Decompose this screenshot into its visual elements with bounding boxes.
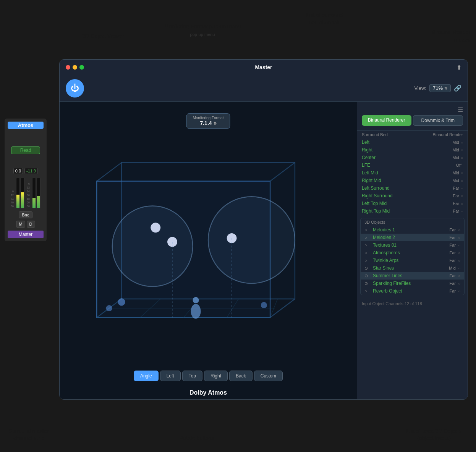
channel-right[interactable]: Right Mid ○ xyxy=(357,146,468,154)
fader-values: 0.0 -11.9 xyxy=(13,168,38,174)
annotation-3d-viewer: 3D Object Viewer xyxy=(82,33,124,40)
rotate-custom-button[interactable]: Custom xyxy=(254,371,283,381)
title-bar: Master ⬆ xyxy=(60,60,468,75)
object-melodies-1[interactable]: ○ Melodies 1 Far ○ xyxy=(361,226,464,234)
viewer-area: Monitoring Format 7.1.4 ⇅ xyxy=(60,102,357,399)
master-strip-label: Master xyxy=(8,231,44,238)
channel-center[interactable]: Center Mid ○ xyxy=(357,154,468,161)
annotation-3d-objects-list: List of used 3D Objects(object tracks) xyxy=(400,428,468,442)
dolby-label: Dolby Atmos xyxy=(60,386,357,399)
monitoring-stepper[interactable]: ⇅ xyxy=(214,121,217,125)
channel-lfe[interactable]: LFE Off xyxy=(357,161,468,169)
monitoring-value: 7.1.4 ⇅ xyxy=(193,120,223,126)
view-percent: 71% xyxy=(433,85,443,91)
rotate-right-button[interactable]: Right xyxy=(204,371,228,381)
svg-point-22 xyxy=(118,298,125,306)
atmos-badge: Atmos xyxy=(8,122,44,129)
annotation-rotate-buttons: Rotate buttons xyxy=(172,435,222,442)
svg-line-2 xyxy=(97,163,121,181)
annotation-surround-bed: List of surroundbed channels xyxy=(298,11,351,26)
object-summer-tines[interactable]: ⊙ Summer Tines Far ○ xyxy=(361,272,464,280)
rotate-back-button[interactable]: Back xyxy=(229,371,253,381)
3d-objects-header: 3D Objects xyxy=(361,218,464,226)
svg-point-19 xyxy=(167,237,177,247)
object-atmospheres[interactable]: ○ Atmospheres Far ○ xyxy=(361,249,464,257)
object-star-sines[interactable]: ⊙ Star Sines Mid ○ xyxy=(361,264,464,272)
top-area: ⏻ View: 71% ⇅ 🔗 xyxy=(60,75,468,102)
svg-point-16 xyxy=(112,206,193,287)
channel-left-surround[interactable]: Left Surround Far ○ xyxy=(357,184,468,192)
monitoring-label: Monitoring Format xyxy=(193,116,223,120)
read-badge: Read xyxy=(11,146,40,154)
channel-right-top-mid[interactable]: Right Top Mid Far ○ xyxy=(357,207,468,215)
object-melodies-2[interactable]: ○ Melodies 2 Far ○ xyxy=(361,234,464,241)
binaural-render-label: Binaural Render xyxy=(433,132,463,137)
svg-point-21 xyxy=(151,223,160,233)
tab-downmix-trim[interactable]: Downmix & Trim xyxy=(413,115,463,126)
m-button[interactable]: M xyxy=(16,221,25,228)
rotate-angle-button[interactable]: Angle xyxy=(134,371,159,381)
bottom-buttons: Bnc xyxy=(19,211,33,218)
input-channels-note: Input Object Channels 12 of 118 xyxy=(357,298,468,309)
3d-objects-section: 3D Objects ○ Melodies 1 Far ○ ○ Melodies… xyxy=(360,218,465,295)
svg-point-24 xyxy=(261,302,267,308)
expand-icon[interactable]: ⬆ xyxy=(457,64,461,71)
object-twinkle-arps[interactable]: ○ Twinkle Arps Far ○ xyxy=(361,257,464,264)
surround-bed-label: Surround Bed xyxy=(362,132,388,137)
window-title: Master xyxy=(255,64,272,70)
list-icon-row: ☰ xyxy=(357,105,468,115)
channel-strip: Atmos Read 0.0 -11.9 012244060 612243040… xyxy=(5,119,47,241)
link-icon[interactable]: 🔗 xyxy=(454,85,461,92)
object-sparkling-fireflies[interactable]: ⊙ Sparkling FireFlies Far ○ xyxy=(361,280,464,287)
view-stepper[interactable]: ⇅ xyxy=(444,86,447,90)
content-area: Monitoring Format 7.1.4 ⇅ xyxy=(60,102,468,399)
fader-value: 0.0 xyxy=(13,168,23,174)
rotate-left-button[interactable]: Left xyxy=(160,371,181,381)
d-button[interactable]: D xyxy=(27,221,35,228)
channel-right-mid[interactable]: Right Mid Mid ○ xyxy=(357,177,468,184)
tab-row: Binaural Renderer Downmix & Trim xyxy=(357,115,468,129)
3d-viewer xyxy=(60,102,357,366)
3d-scene-svg xyxy=(60,102,357,366)
right-panel: ☰ Binaural Renderer Downmix & Trim Surro… xyxy=(357,102,468,399)
level-value: -11.9 xyxy=(24,168,38,174)
channel-left-mid[interactable]: Left Mid Mid ○ xyxy=(357,169,468,177)
zoom-button[interactable] xyxy=(79,65,84,70)
annotation-surround-master: Surround masterchannel strip xyxy=(4,428,53,442)
channel-right-surround[interactable]: Right Surround Far ○ xyxy=(357,192,468,200)
object-reverb-object[interactable]: ○ Reverb Object Far ○ xyxy=(361,287,464,295)
svg-point-18 xyxy=(208,197,295,283)
close-button[interactable] xyxy=(66,65,70,70)
monitoring-format-popup[interactable]: Monitoring Format 7.1.4 ⇅ xyxy=(186,113,230,129)
rotate-buttons-container: Angle Left Top Right Back Custom xyxy=(60,366,357,386)
object-textures-01[interactable]: ○ Textures 01 Far ○ xyxy=(361,241,464,249)
list-view-icon[interactable]: ☰ xyxy=(458,106,463,114)
annotation-monitoring-format: Monitoring Format pop-up menu pop-up men… xyxy=(164,23,241,38)
view-label: View: xyxy=(414,85,426,91)
channel-left[interactable]: Left Mid ○ xyxy=(357,138,468,146)
view-value[interactable]: 71% ⇅ xyxy=(429,84,451,92)
tab-binaural-renderer[interactable]: Binaural Renderer xyxy=(362,115,411,126)
minimize-button[interactable] xyxy=(73,65,77,70)
main-window: Master ⬆ ⏻ View: 71% ⇅ 🔗 Monitoring Form… xyxy=(59,59,468,400)
svg-point-25 xyxy=(191,304,201,319)
rotate-top-button[interactable]: Top xyxy=(182,371,202,381)
svg-point-23 xyxy=(106,305,112,311)
surround-bed-header: Surround Bed Binaural Render xyxy=(357,130,468,138)
traffic-lights xyxy=(66,65,84,70)
surround-bed-channels: Left Mid ○ Right Mid ○ Center Mid ○ LFE … xyxy=(357,138,468,215)
bnc-button[interactable]: Bnc xyxy=(19,211,33,218)
channel-left-top-mid[interactable]: Left Top Mid Far ○ xyxy=(357,200,468,207)
annotation-binaural-render: Binaural Rendermodes xyxy=(421,29,470,44)
view-control: View: 71% ⇅ 🔗 xyxy=(414,84,461,92)
power-button[interactable]: ⏻ xyxy=(66,79,84,98)
svg-point-26 xyxy=(193,297,199,303)
